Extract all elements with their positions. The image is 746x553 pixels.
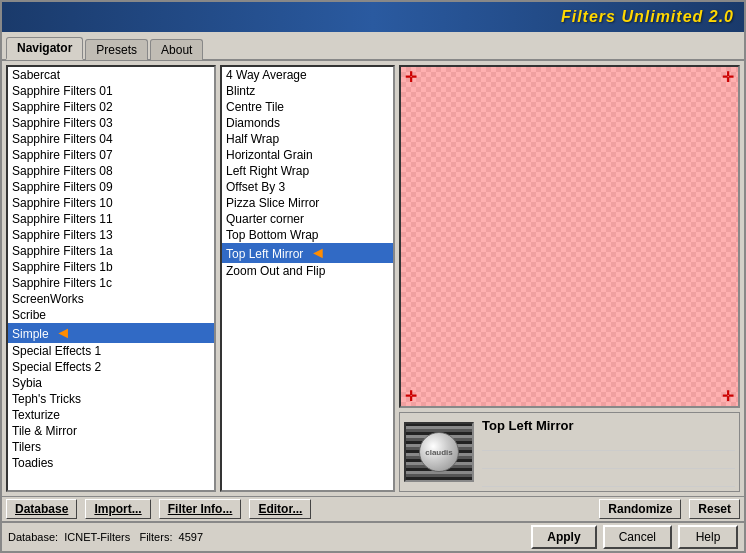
list-item[interactable]: Sapphire Filters 02 <box>8 99 214 115</box>
right-panel: ✛ ✛ ✛ ✛ claudis Top Left Mirror <box>399 65 740 492</box>
filter-item[interactable]: Left Right Wrap <box>222 163 393 179</box>
filter-name-display: Top Left Mirror <box>482 418 735 433</box>
filter-list[interactable]: 4 Way Average Blintz Centre Tile Diamond… <box>220 65 395 492</box>
filter-item[interactable]: Offset By 3 <box>222 179 393 195</box>
tab-bar: Navigator Presets About <box>2 32 744 61</box>
filters-label: Filters: <box>139 531 172 543</box>
list-item[interactable]: Sapphire Filters 01 <box>8 83 214 99</box>
filter-item[interactable]: Top Bottom Wrap <box>222 227 393 243</box>
info-panel: claudis Top Left Mirror <box>399 412 740 492</box>
list-item[interactable]: Special Effects 1 <box>8 343 214 359</box>
filter-item[interactable]: Zoom Out and Flip <box>222 263 393 279</box>
thumbnail-text: claudis <box>425 448 453 457</box>
database-value: ICNET-Filters <box>64 531 130 543</box>
corner-marker-tr: ✛ <box>722 71 734 83</box>
list-item-simple[interactable]: Simple ◄ <box>8 323 214 343</box>
filter-item[interactable]: Blintz <box>222 83 393 99</box>
list-item[interactable]: Sapphire Filters 11 <box>8 211 214 227</box>
list-item[interactable]: Sapphire Filters 09 <box>8 179 214 195</box>
tab-presets[interactable]: Presets <box>85 39 148 60</box>
corner-marker-bl: ✛ <box>405 390 417 402</box>
list-item[interactable]: Sabercat <box>8 67 214 83</box>
list-item[interactable]: Sapphire Filters 03 <box>8 115 214 131</box>
main-content: Sabercat Sapphire Filters 01 Sapphire Fi… <box>2 61 744 496</box>
database-label: Database: <box>8 531 58 543</box>
list-item[interactable]: ScreenWorks <box>8 291 214 307</box>
main-window: Filters Unlimited 2.0 Navigator Presets … <box>0 0 746 553</box>
list-item[interactable]: Sapphire Filters 08 <box>8 163 214 179</box>
info-row-3 <box>482 471 735 487</box>
info-row-1 <box>482 435 735 451</box>
randomize-button[interactable]: Randomize <box>599 499 681 519</box>
preview-area: ✛ ✛ ✛ ✛ <box>399 65 740 408</box>
list-item[interactable]: Tile & Mirror <box>8 423 214 439</box>
import-button[interactable]: Import... <box>85 499 150 519</box>
status-bar: Database: ICNET-Filters Filters: 4597 Ap… <box>2 521 744 551</box>
filter-item[interactable]: 4 Way Average <box>222 67 393 83</box>
list-item[interactable]: Sapphire Filters 1a <box>8 243 214 259</box>
thumbnail-globe: claudis <box>419 432 459 472</box>
filter-item[interactable]: Diamonds <box>222 115 393 131</box>
list-item[interactable]: Teph's Tricks <box>8 391 214 407</box>
filter-item[interactable]: Quarter corner <box>222 211 393 227</box>
tab-about[interactable]: About <box>150 39 203 60</box>
list-item[interactable]: Texturize <box>8 407 214 423</box>
list-item[interactable]: Toadies <box>8 455 214 471</box>
help-button[interactable]: Help <box>678 525 738 549</box>
editor-button[interactable]: Editor... <box>249 499 311 519</box>
title-bar: Filters Unlimited 2.0 <box>2 2 744 32</box>
database-button[interactable]: Database <box>6 499 77 519</box>
filter-item[interactable]: Half Wrap <box>222 131 393 147</box>
filter-item-topleftmirror[interactable]: Top Left Mirror ◄ <box>222 243 393 263</box>
tab-navigator[interactable]: Navigator <box>6 37 83 60</box>
filter-item[interactable]: Pizza Slice Mirror <box>222 195 393 211</box>
filter-item[interactable]: Horizontal Grain <box>222 147 393 163</box>
list-item[interactable]: Tilers <box>8 439 214 455</box>
category-list[interactable]: Sabercat Sapphire Filters 01 Sapphire Fi… <box>6 65 216 492</box>
status-buttons: Apply Cancel Help <box>531 525 738 549</box>
checkerboard-preview: ✛ ✛ ✛ ✛ <box>401 67 738 406</box>
list-item[interactable]: Sapphire Filters 04 <box>8 131 214 147</box>
filters-value: 4597 <box>179 531 203 543</box>
list-item[interactable]: Sapphire Filters 13 <box>8 227 214 243</box>
list-item[interactable]: Sybia <box>8 375 214 391</box>
status-text: Database: ICNET-Filters Filters: 4597 <box>8 531 527 543</box>
filter-item[interactable]: Centre Tile <box>222 99 393 115</box>
title-bar-text: Filters Unlimited 2.0 <box>561 8 734 26</box>
corner-marker-tl: ✛ <box>405 71 417 83</box>
list-item[interactable]: Sapphire Filters 1c <box>8 275 214 291</box>
apply-button[interactable]: Apply <box>531 525 596 549</box>
reset-button[interactable]: Reset <box>689 499 740 519</box>
cancel-button[interactable]: Cancel <box>603 525 672 549</box>
thumbnail-stripes: claudis <box>406 424 472 480</box>
list-item[interactable]: Sapphire Filters 1b <box>8 259 214 275</box>
bottom-toolbar: Database Import... Filter Info... Editor… <box>2 496 744 521</box>
filter-info-button[interactable]: Filter Info... <box>159 499 242 519</box>
list-item[interactable]: Sapphire Filters 10 <box>8 195 214 211</box>
list-item[interactable]: Special Effects 2 <box>8 359 214 375</box>
info-rows: Top Left Mirror <box>482 418 735 487</box>
corner-marker-br: ✛ <box>722 390 734 402</box>
info-row-2 <box>482 453 735 469</box>
list-item[interactable]: Scribe <box>8 307 214 323</box>
list-item[interactable]: Sapphire Filters 07 <box>8 147 214 163</box>
filter-thumbnail: claudis <box>404 422 474 482</box>
